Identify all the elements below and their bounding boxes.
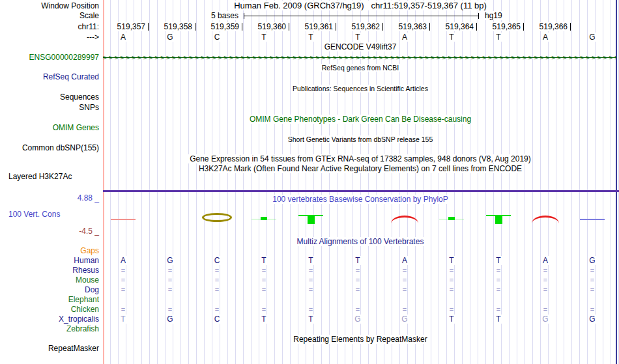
alignment-base: T — [428, 315, 475, 324]
alignment-match-mark: = — [381, 285, 428, 294]
base-letter: A — [381, 33, 428, 42]
base-letter: T — [475, 33, 522, 42]
phylop-arc-mark — [391, 216, 418, 223]
alignment-match-mark: = — [475, 305, 522, 314]
phylop-small-bar — [448, 217, 455, 220]
ruler-position: 519,358 — [150, 22, 193, 31]
alignment-match-mark: = — [100, 275, 147, 285]
alignment-match-mark: = — [334, 275, 381, 285]
phylop-flat-line — [580, 219, 605, 220]
alignment-match-mark: = — [147, 275, 194, 285]
alignment-match-mark: = — [428, 275, 475, 285]
base-letter: G — [147, 33, 194, 42]
ruler-position: 519,365 — [478, 22, 521, 31]
alignment-match-mark: = — [334, 305, 381, 314]
alignment-match-mark: = — [240, 266, 287, 275]
alignment-match-mark: = — [334, 285, 381, 294]
phylop-neg-bar — [495, 215, 502, 224]
base-letter: A — [522, 33, 569, 42]
alignment-match-mark: = — [475, 285, 522, 294]
alignment-base: C — [194, 315, 240, 324]
ruler-position: 519,362 — [338, 22, 381, 31]
alignment-base: G — [522, 315, 569, 324]
alignment-base: A — [100, 256, 147, 265]
alignment-match-mark: = — [240, 285, 287, 294]
ruler-position: 519,359 — [197, 22, 240, 31]
ruler-tick — [289, 23, 289, 31]
ruler-tick — [429, 23, 430, 31]
alignment-match-mark: = — [569, 305, 616, 314]
ruler-position: 519,363 — [384, 22, 427, 31]
alignment-match-mark: = — [194, 266, 240, 275]
alignment-match-mark: = — [287, 266, 334, 275]
alignment-match-mark: = — [522, 275, 569, 285]
base-letter: C — [194, 33, 240, 42]
ruler-position: 519,361 — [291, 22, 334, 31]
alignment-base: G — [569, 315, 616, 324]
alignment-base: G — [569, 256, 616, 265]
ruler-position: 519,364 — [431, 22, 474, 31]
alignment-match-mark: = — [147, 285, 194, 294]
ruler-tick — [148, 23, 149, 31]
alignment-base: G — [381, 315, 428, 324]
alignment-base: G — [147, 256, 194, 265]
base-letter: T — [287, 33, 334, 42]
alignment-match-mark: = — [428, 305, 475, 314]
alignment-match-mark: = — [334, 266, 381, 275]
alignment-match-mark: = — [569, 266, 616, 275]
alignment-base: G — [147, 315, 194, 324]
alignment-match-mark: = — [240, 275, 287, 285]
alignment-base: C — [194, 256, 240, 265]
alignment-match-mark: = — [475, 266, 522, 275]
alignment-match-mark: = — [287, 275, 334, 285]
phylop-arc-mark — [532, 216, 559, 223]
phylop-flat-line — [111, 219, 136, 220]
ruler-tick — [570, 23, 571, 31]
alignment-base: T — [287, 315, 334, 324]
alignment-base: T — [287, 256, 334, 265]
alignment-base: T — [475, 315, 522, 324]
alignment-match-mark: = — [100, 285, 147, 294]
alignment-match-mark: = — [569, 285, 616, 294]
alignment-base: G — [334, 315, 381, 324]
alignment-match-mark: = — [381, 275, 428, 285]
alignment-match-mark: = — [194, 285, 240, 294]
alignment-match-mark: = — [147, 305, 194, 314]
alignment-base: T — [334, 256, 381, 265]
alignment-base: T — [100, 315, 147, 324]
ruler-tick — [523, 23, 524, 31]
alignment-base: T — [475, 256, 522, 265]
alignment-match-mark: = — [428, 266, 475, 275]
genome-browser-image: Window Position Scale chr11: ---> Human … — [0, 0, 619, 364]
alignment-match-mark: = — [522, 285, 569, 294]
alignment-match-mark: = — [100, 305, 147, 314]
alignment-base: A — [381, 256, 428, 265]
ruler-position: 519,366 — [525, 22, 568, 31]
ruler-position: 519,360 — [244, 22, 287, 31]
alignment-match-mark: = — [522, 305, 569, 314]
base-letter: T — [334, 33, 381, 42]
alignment-match-mark: = — [287, 305, 334, 314]
alignment-match-mark: = — [194, 275, 240, 285]
base-letter: T — [240, 33, 287, 42]
alignment-match-mark: = — [240, 305, 287, 314]
alignment-match-mark: = — [381, 266, 428, 275]
alignment-match-mark: = — [194, 305, 240, 314]
ruler-tick — [195, 23, 195, 31]
alignment-base: T — [428, 256, 475, 265]
alignment-match-mark: = — [381, 305, 428, 314]
ruler-tick — [242, 23, 242, 31]
base-letter: T — [428, 33, 475, 42]
alignment-match-mark: = — [287, 285, 334, 294]
alignment-match-mark: = — [428, 285, 475, 294]
alignment-base: A — [522, 256, 569, 265]
base-letter: G — [569, 33, 616, 42]
alignment-match-mark: = — [100, 266, 147, 275]
phylop-neg-bar — [308, 215, 315, 224]
alignment-match-mark: = — [147, 266, 194, 275]
alignment-match-mark: = — [522, 266, 569, 275]
ruler-tick — [382, 23, 383, 31]
ruler-tick — [476, 23, 477, 31]
alignment-match-mark: = — [569, 275, 616, 285]
dynamic-layer: 519,357519,358519,359519,360519,361519,3… — [0, 0, 619, 364]
